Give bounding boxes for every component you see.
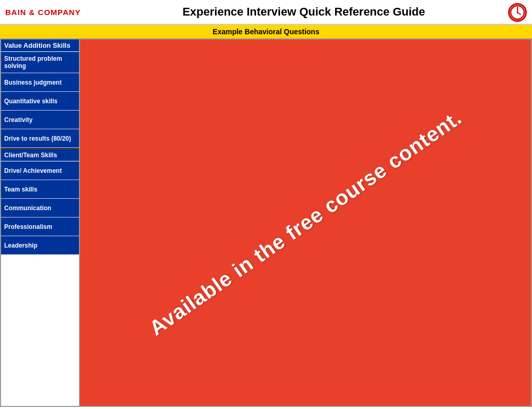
bain-logo: BAIN & COMPANY [5,8,81,17]
sidebar: Value Addition Skills Structured problem… [1,39,80,406]
sidebar-item-structured-problem-solving[interactable]: Structured problem solving [1,52,79,73]
watermark-text: Available in the free course content. [145,105,466,339]
section1-header: Value Addition Skills [1,39,79,52]
yellow-bar: Example Behavioral Questions [0,25,532,38]
sidebar-item-professionalism[interactable]: Professionalism [1,217,79,236]
header: BAIN & COMPANY Experience Interview Quic… [0,0,532,25]
clock-icon [508,3,527,22]
svg-point-3 [517,12,518,13]
sidebar-item-leadership[interactable]: Leadership [1,236,79,255]
section2-header: Client/Team Skills [1,148,79,161]
sidebar-item-quantitative-skills[interactable]: Quantitative skills [1,92,79,111]
sidebar-item-drive-achievement[interactable]: Drive/ Achievement [1,161,79,180]
sidebar-item-team-skills[interactable]: Team skills [1,180,79,199]
sidebar-item-communication[interactable]: Communication [1,199,79,217]
page-title: Experience Interview Quick Reference Gui… [81,5,527,19]
sidebar-item-creativity[interactable]: Creativity [1,111,79,129]
main-container: Value Addition Skills Structured problem… [0,38,532,407]
sidebar-item-drive-to-results[interactable]: Drive to results (80/20) [1,129,79,148]
content-area: Available in the free course content. [80,39,531,406]
sidebar-item-business-judgment[interactable]: Business judgment [1,73,79,92]
